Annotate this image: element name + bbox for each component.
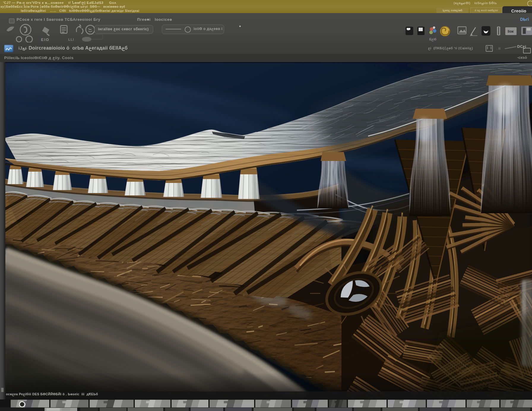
svg-text:EIO: EIO bbox=[41, 37, 49, 42]
svg-text:Iіок: Iіок bbox=[508, 29, 514, 34]
svg-text:Eعіб: Eعіб bbox=[429, 37, 436, 42]
svg-text:LLI: LLI bbox=[68, 38, 74, 41]
